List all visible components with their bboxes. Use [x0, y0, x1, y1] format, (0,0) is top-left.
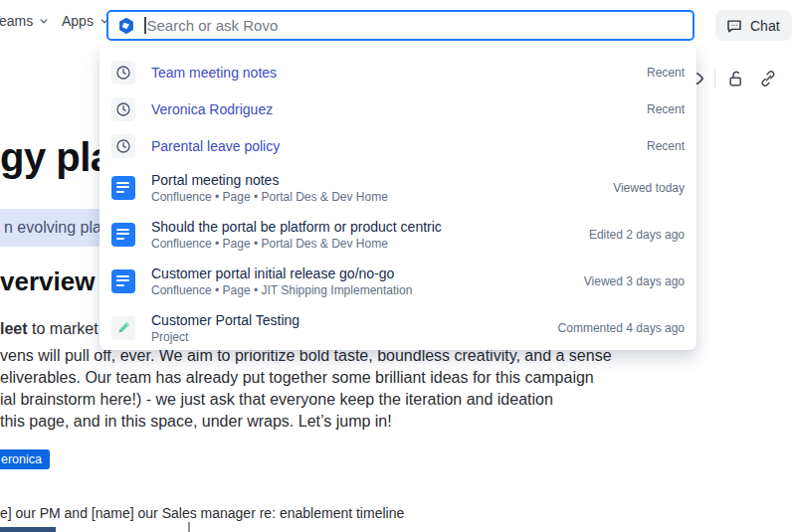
clock-icon	[111, 61, 135, 85]
info-highlight-text: n evolving plan	[0, 219, 110, 237]
result-title: Customer portal initial release go/no-go	[151, 266, 412, 281]
nav-apps-label: Apps	[62, 13, 94, 29]
paragraph-fragment: to market	[28, 320, 99, 337]
search-bar[interactable]	[106, 10, 695, 41]
result-timestamp: Viewed 3 days ago	[572, 274, 685, 288]
paragraph-line: leet to market	[0, 320, 99, 338]
rovo-logo-icon	[116, 16, 136, 36]
paragraph-line: eliverables. Our team has already put to…	[0, 369, 594, 387]
recent-badge: Recent	[635, 139, 685, 153]
unlock-icon[interactable]	[725, 68, 747, 89]
mention-pill-cutoff	[0, 527, 56, 532]
text-cursor	[144, 17, 146, 34]
paragraph-line: ial brainstorm here!) - we just ask that…	[0, 391, 553, 409]
nav-teams-menu[interactable]: Teams	[0, 13, 51, 29]
result-breadcrumb: Confluence • Page • Portal Des & Dev Hom…	[151, 237, 442, 251]
clock-icon	[111, 97, 135, 121]
recent-queries-section: Team meeting notes Recent Veronica Rodri…	[100, 46, 696, 164]
search-result-item[interactable]: Customer portal initial release go/no-go…	[100, 258, 696, 304]
recent-results-section: Portal meeting notes Confluence • Page •…	[100, 164, 696, 351]
section-heading-overview: verview	[0, 266, 95, 297]
nav-teams-label: Teams	[0, 13, 33, 29]
result-title: Portal meeting notes	[151, 172, 388, 188]
result-timestamp: Viewed today	[601, 181, 685, 195]
link-icon[interactable]	[757, 68, 779, 89]
search-result-item[interactable]: Should the portal be platform or product…	[100, 211, 696, 258]
recent-query-label: Parental leave policy	[151, 138, 280, 154]
chat-bubble-icon	[725, 17, 743, 35]
project-pencil-icon	[111, 316, 135, 340]
search-suggestions-dropdown: Team meeting notes Recent Veronica Rodri…	[100, 46, 696, 350]
recent-query-label: Veronica Rodriguez	[151, 101, 273, 117]
chat-button[interactable]: Chat	[715, 10, 792, 41]
result-breadcrumb: Confluence • Page • Portal Des & Dev Hom…	[151, 190, 388, 204]
search-result-item[interactable]: Customer Portal Testing Project Commente…	[100, 304, 696, 351]
confluence-page-icon	[111, 269, 135, 293]
recent-query-item[interactable]: Team meeting notes Recent	[100, 54, 696, 90]
top-navigation-bar: Teams Apps Chat	[0, 0, 796, 46]
result-breadcrumb: Confluence • Page • JIT Shipping Impleme…	[151, 283, 412, 297]
search-input[interactable]	[147, 17, 686, 34]
recent-badge: Recent	[635, 66, 685, 80]
recent-query-item[interactable]: Veronica Rodriguez Recent	[100, 90, 696, 127]
confluence-page-icon	[111, 176, 135, 200]
confluence-page-icon	[111, 223, 135, 247]
recent-query-item[interactable]: Parental leave policy Recent	[100, 127, 696, 164]
confluence-app-window: gy plann n evolving plan verview leet to…	[0, 0, 796, 532]
result-title: Should the portal be platform or product…	[151, 219, 442, 235]
result-breadcrumb: Project	[151, 330, 299, 344]
paragraph-bold-fragment: leet	[0, 320, 28, 337]
text-caret	[188, 522, 190, 532]
search-result-item[interactable]: Portal meeting notes Confluence • Page •…	[100, 164, 696, 211]
chat-button-label: Chat	[750, 18, 780, 34]
mention-pill-veronica[interactable]: eronica	[0, 449, 50, 469]
page-actions-toolbar	[683, 68, 779, 89]
paragraph-line: e] our PM and [name] our Sales manager r…	[0, 505, 404, 521]
result-timestamp: Edited 2 days ago	[577, 228, 685, 242]
nav-apps-menu[interactable]: Apps	[62, 13, 111, 29]
recent-query-label: Team meeting notes	[151, 65, 277, 81]
result-title: Customer Portal Testing	[151, 312, 299, 328]
result-timestamp: Commented 4 days ago	[546, 321, 685, 335]
paragraph-line: this page, and in this space, under wrap…	[0, 413, 392, 431]
clock-icon	[111, 134, 135, 158]
toolbar-divider	[714, 69, 715, 89]
chevron-down-icon	[37, 14, 51, 28]
recent-badge: Recent	[635, 102, 685, 116]
